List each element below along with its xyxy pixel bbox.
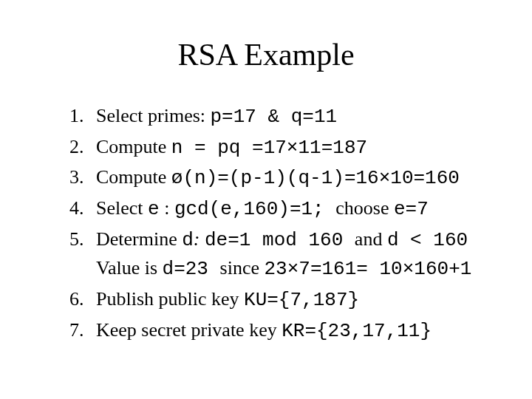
step5-code-c: d < 160 [387,229,468,251]
step4-text-c: choose [335,197,394,219]
slide-title: RSA Example [44,37,488,72]
step5-code-a: d [182,229,194,251]
step6-text: Publish public key [96,288,244,310]
step4-code-b: gcd(e,160)=1; [174,198,335,220]
step5-italic-a: : [194,228,205,250]
list-item: Select primes: p=17 & q=11 [89,102,488,132]
list-item: Compute n = pq =17×11=187 [89,133,488,163]
step7-code: KR={23,17,11} [282,320,432,342]
step5-line2-code-a: d=23 [163,258,220,280]
slide: RSA Example Select primes: p=17 & q=11 C… [0,0,532,399]
step7-text: Keep secret private key [96,319,282,341]
step3-code: ø(n)=(p-1)(q-1)=16×10=160 [171,167,460,189]
step5-text-b: and [355,228,387,250]
list-item: Select e : gcd(e,160)=1; choose e=7 [89,194,488,224]
step5-text-a: Determine [96,228,182,250]
list-item: Publish public key KU={7,187} [89,285,488,315]
step5-line2-code-b: 23×7=161= 10×160+1 [264,258,471,280]
list-item: Compute ø(n)=(p-1)(q-1)=16×10=160 [89,163,488,193]
step5-line2: Value is d=23 since 23×7=161= 10×160+1 [96,254,488,284]
step4-code-c: e=7 [394,198,429,220]
list-item: Keep secret private key KR={23,17,11} [89,316,488,346]
step-list: Select primes: p=17 & q=11 Compute n = p… [66,102,488,346]
step4-code-a: e [148,198,160,220]
step3-text: Compute [96,166,171,188]
step1-code: p=17 & q=11 [211,106,338,128]
step4-text-a: Select [96,197,148,219]
step5-code-b: de=1 mod 160 [205,229,355,251]
step2-text: Compute [96,136,171,157]
step5-line2-a: Value is [96,257,163,279]
list-item: Determine d: de=1 mod 160 and d < 160 Va… [89,225,488,284]
step2-code: n = pq =17×11=187 [171,137,367,159]
step5-line2-b: since [220,257,265,279]
step4-text-b: : [160,197,174,219]
step1-text: Select primes: [96,105,211,126]
step6-code: KU={7,187} [244,289,359,311]
